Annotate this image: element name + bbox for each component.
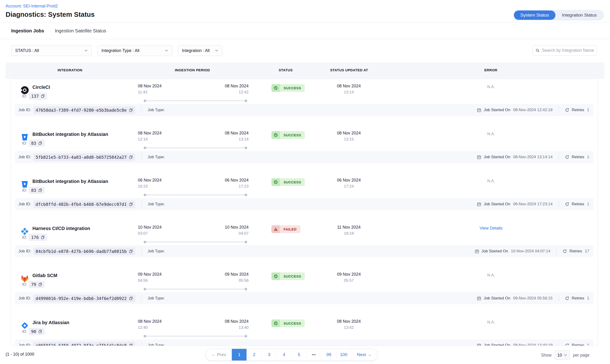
period-start-time: 03:07 — [138, 231, 162, 236]
job-type-label: Job Type: — [148, 108, 165, 112]
divider — [559, 154, 559, 160]
integration-id-pill: 176 — [29, 234, 47, 241]
copy-icon[interactable] — [38, 141, 42, 145]
job-type-label: Job Type: — [148, 343, 165, 346]
slider-start-handle[interactable] — [144, 100, 146, 102]
copy-icon[interactable] — [38, 188, 42, 192]
copy-icon[interactable] — [129, 108, 133, 112]
period-end: 08 Nov 2024 13:14 — [213, 131, 249, 142]
slider-end-handle[interactable] — [245, 147, 247, 149]
status-updated-at: 11 Nov 2024 18:18 — [330, 225, 368, 236]
copy-icon[interactable] — [38, 282, 42, 286]
status-filter-dropdown[interactable]: STATUS : All — [11, 45, 92, 56]
page-button-5[interactable]: 5 — [292, 349, 307, 361]
integration-name: Jira by Atlassian — [32, 320, 69, 325]
page-button-99[interactable]: 99 — [321, 349, 336, 361]
retries-label: Retries — [572, 155, 584, 159]
job-started-on-label: Job Started On — [484, 108, 510, 112]
job-started-on-value: 09-Nov-2024 05:56:15 — [513, 296, 552, 301]
copy-icon[interactable] — [38, 329, 42, 334]
period-start-time: 12:40 — [138, 325, 162, 330]
divider — [141, 201, 142, 208]
updated-time: 13:42 — [330, 325, 368, 330]
job-id-label: Job ID: — [18, 108, 31, 112]
prev-page-button[interactable]: ← Prev — [206, 349, 232, 361]
integration-id-value: 176 — [31, 235, 39, 240]
integration-status-toggle[interactable]: Integration Status — [556, 11, 603, 20]
status-badge: SUCCESS — [271, 131, 305, 139]
period-end-time: 04:07 — [213, 231, 249, 236]
updated-date: 06 Nov 2024 — [330, 178, 368, 183]
copy-icon[interactable] — [129, 202, 133, 206]
tab-ingestion-satellite-status[interactable]: Ingestion Satellite Status — [55, 28, 106, 34]
id-label: ID: — [22, 282, 27, 287]
copy-icon[interactable] — [41, 94, 45, 98]
status-badge: SUCCESS — [271, 273, 305, 280]
retries-icon — [565, 155, 570, 159]
ingestion-jobs-card: CircleCI ID: 137 08 Nov 2024 11:42 08 No… — [11, 79, 598, 346]
calendar-icon — [477, 108, 481, 112]
page-button-100[interactable]: 100 — [336, 349, 351, 361]
copy-icon[interactable] — [41, 235, 45, 239]
check-circle-icon — [274, 133, 278, 137]
integration-row: BitBucket integration by Atlassian ID: 8… — [11, 129, 598, 176]
status-badge: SUCCESS — [271, 84, 305, 92]
ingestion-period-slider — [144, 241, 247, 243]
search-box — [532, 45, 597, 56]
integration-name: BitBucket integration by Atlassian — [32, 132, 108, 137]
status-icon — [271, 320, 280, 327]
updated-date: 11 Nov 2024 — [330, 225, 368, 230]
copy-icon[interactable] — [129, 155, 133, 159]
job-id-label: Job ID: — [18, 155, 31, 159]
page-ellipsis: ••• — [307, 349, 321, 361]
next-page-button[interactable]: Next → — [351, 349, 377, 361]
status-icon — [271, 273, 280, 280]
pager: ← Prev12345•••99100Next → — [205, 349, 378, 361]
page-button-2[interactable]: 2 — [247, 349, 262, 361]
search-input[interactable] — [542, 48, 594, 53]
tab-ingestion-jobs[interactable]: Ingestion Jobs — [11, 28, 44, 34]
slider-start-handle[interactable] — [144, 335, 146, 338]
page-button-4[interactable]: 4 — [277, 349, 292, 361]
warning-triangle-icon — [274, 227, 278, 231]
slider-end-handle[interactable] — [245, 100, 247, 102]
copy-icon[interactable] — [129, 249, 133, 253]
slider-start-handle[interactable] — [144, 147, 146, 149]
divider — [141, 107, 142, 113]
copy-icon[interactable] — [129, 343, 133, 346]
job-id-pill: 47658da3-f389-4fd7-9280-e5b3bade5c8e — [33, 106, 135, 114]
retries-label: Retries — [572, 108, 584, 112]
slider-start-handle[interactable] — [144, 288, 146, 290]
page-button-1[interactable]: 1 — [232, 349, 247, 361]
period-start-date: 10 Nov 2024 — [138, 225, 162, 230]
slider-end-handle[interactable] — [245, 241, 247, 243]
job-type-label: Job Type: — [148, 296, 165, 301]
error-cell: N.A. — [465, 273, 517, 278]
check-circle-icon — [274, 274, 278, 278]
view-details-link[interactable]: View Details — [465, 226, 517, 231]
page-size-select[interactable]: 10 — [555, 351, 570, 360]
period-start: 08 Nov 2024 12:14 — [138, 131, 162, 142]
search-icon — [536, 48, 540, 53]
rows-container: CircleCI ID: 137 08 Nov 2024 11:42 08 No… — [11, 82, 598, 346]
system-status-toggle[interactable]: System Status — [514, 11, 556, 20]
slider-track — [144, 147, 247, 148]
job-id-label: Job ID: — [18, 249, 31, 254]
slider-start-handle[interactable] — [144, 194, 146, 196]
per-page-label: per page — [573, 353, 589, 358]
account-link[interactable]: Account: SEI-Internal-Prod2 — [6, 4, 604, 9]
slider-end-handle[interactable] — [245, 288, 247, 290]
slider-start-handle[interactable] — [144, 241, 146, 243]
slider-end-handle[interactable] — [245, 335, 247, 338]
integration-filter-dropdown[interactable]: Integration : All — [178, 45, 222, 56]
divider — [559, 107, 559, 113]
slider-end-handle[interactable] — [245, 194, 247, 196]
slider-track — [144, 100, 247, 101]
status-text: SUCCESS — [280, 273, 305, 280]
period-end-time: 17:23 — [213, 184, 249, 189]
copy-icon[interactable] — [129, 296, 133, 300]
page-button-3[interactable]: 3 — [262, 349, 277, 361]
integration-type-filter-dropdown[interactable]: Integration Type : All — [97, 45, 172, 56]
period-start: 06 Nov 2024 16:23 — [138, 178, 162, 189]
integration-name: BitBucket integration by Atlassian — [32, 179, 108, 184]
